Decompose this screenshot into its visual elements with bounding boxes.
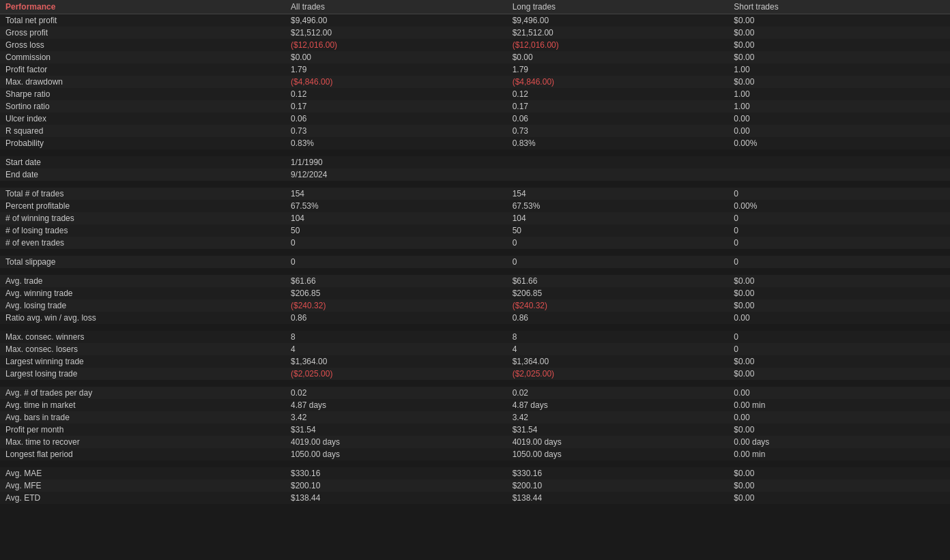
row-long: $0.00 xyxy=(507,51,729,63)
row-label: Commission xyxy=(0,51,285,63)
row-label: Avg. time in market xyxy=(0,399,285,411)
row-all: $31.54 xyxy=(285,424,507,436)
row-all: $206.85 xyxy=(285,287,507,299)
row-long: ($2,025.00) xyxy=(507,368,729,380)
row-long: $21,512.00 xyxy=(507,27,729,39)
row-short: 0.00% xyxy=(728,200,950,212)
row-label: # of winning trades xyxy=(0,212,285,224)
row-label: Largest winning trade xyxy=(0,355,285,368)
row-all: 1/1/1990 xyxy=(285,156,507,168)
row-all: 0.12 xyxy=(285,88,507,100)
row-short: $0.00 xyxy=(728,39,950,51)
spacer-row xyxy=(0,149,950,156)
row-label: Avg. winning trade xyxy=(0,287,285,299)
row-all: 4 xyxy=(285,343,507,355)
table-row: Total net profit$9,496.00$9,496.00$0.00 xyxy=(0,14,950,27)
row-short: $0.00 xyxy=(728,368,950,380)
row-short: 1.00 xyxy=(728,100,950,113)
table-row: Largest losing trade($2,025.00)($2,025.0… xyxy=(0,368,950,380)
row-long: 8 xyxy=(507,331,729,343)
row-all: 154 xyxy=(285,188,507,200)
row-label: Probability xyxy=(0,137,285,149)
table-row: Profit per month$31.54$31.54$0.00 xyxy=(0,424,950,436)
row-long xyxy=(507,168,729,181)
table-row: Commission$0.00$0.00$0.00 xyxy=(0,51,950,63)
row-label: Ulcer index xyxy=(0,113,285,125)
row-short: 1.00 xyxy=(728,88,950,100)
row-short: 0 xyxy=(728,256,950,268)
table-row: # of even trades000 xyxy=(0,237,950,249)
row-all: 8 xyxy=(285,331,507,343)
row-long: $138.44 xyxy=(507,492,729,504)
col-all-trades: All trades xyxy=(285,0,507,14)
row-short: 0 xyxy=(728,188,950,200)
row-long: 0.83% xyxy=(507,137,729,149)
row-short: $0.00 xyxy=(728,467,950,480)
row-label: Longest flat period xyxy=(0,448,285,460)
row-short: $0.00 xyxy=(728,299,950,312)
row-label: Gross loss xyxy=(0,39,285,51)
table-row: # of losing trades50500 xyxy=(0,224,950,237)
table-row: R squared0.730.730.00 xyxy=(0,125,950,137)
table-row: Max. drawdown($4,846.00)($4,846.00)$0.00 xyxy=(0,76,950,88)
row-all: 0.86 xyxy=(285,312,507,324)
row-label: Max. drawdown xyxy=(0,76,285,88)
row-short: 0 xyxy=(728,212,950,224)
table-row: Profit factor1.791.791.00 xyxy=(0,63,950,76)
row-long: 4.87 days xyxy=(507,399,729,411)
row-all: ($2,025.00) xyxy=(285,368,507,380)
row-short xyxy=(728,156,950,168)
row-all: ($240.32) xyxy=(285,299,507,312)
table-row: Probability0.83%0.83%0.00% xyxy=(0,137,950,149)
table-row: Sharpe ratio0.120.121.00 xyxy=(0,88,950,100)
spacer-row xyxy=(0,268,950,275)
table-row: Ratio avg. win / avg. loss0.860.860.00 xyxy=(0,312,950,324)
table-row: Total slippage000 xyxy=(0,256,950,268)
row-all: 9/12/2024 xyxy=(285,168,507,181)
row-short: 0 xyxy=(728,224,950,237)
row-label: Avg. bars in trade xyxy=(0,411,285,424)
row-long: 4019.00 days xyxy=(507,436,729,448)
row-short: 1.00 xyxy=(728,63,950,76)
row-label: R squared xyxy=(0,125,285,137)
row-label: Sortino ratio xyxy=(0,100,285,113)
row-long: 0.12 xyxy=(507,88,729,100)
row-short: $0.00 xyxy=(728,424,950,436)
row-long xyxy=(507,156,729,168)
row-long: 0.02 xyxy=(507,387,729,399)
row-all: 3.42 xyxy=(285,411,507,424)
row-all: 4019.00 days xyxy=(285,436,507,448)
row-all: 50 xyxy=(285,224,507,237)
row-long: $31.54 xyxy=(507,424,729,436)
row-short: $0.00 xyxy=(728,287,950,299)
row-label: Total slippage xyxy=(0,256,285,268)
row-short: 0.00 xyxy=(728,312,950,324)
row-short: $0.00 xyxy=(728,480,950,492)
spacer-row xyxy=(0,380,950,387)
table-row: # of winning trades1041040 xyxy=(0,212,950,224)
row-label: Avg. # of trades per day xyxy=(0,387,285,399)
table-row: Sortino ratio0.170.171.00 xyxy=(0,100,950,113)
row-all: $138.44 xyxy=(285,492,507,504)
row-all: 0 xyxy=(285,256,507,268)
row-label: Max. consec. winners xyxy=(0,331,285,343)
row-short: 0.00 min xyxy=(728,448,950,460)
table-row: Ulcer index0.060.060.00 xyxy=(0,113,950,125)
row-label: Avg. ETD xyxy=(0,492,285,504)
table-row: Percent profitable67.53%67.53%0.00% xyxy=(0,200,950,212)
row-label: Avg. MAE xyxy=(0,467,285,480)
row-short: 0 xyxy=(728,343,950,355)
row-long: $9,496.00 xyxy=(507,14,729,27)
row-all: $9,496.00 xyxy=(285,14,507,27)
row-long: 67.53% xyxy=(507,200,729,212)
row-label: Percent profitable xyxy=(0,200,285,212)
row-short: 0.00% xyxy=(728,137,950,149)
row-long: 154 xyxy=(507,188,729,200)
table-row: Avg. MAE$330.16$330.16$0.00 xyxy=(0,467,950,480)
table-row: Max. consec. losers440 xyxy=(0,343,950,355)
table-row: Gross loss($12,016.00)($12,016.00)$0.00 xyxy=(0,39,950,51)
table-row: Gross profit$21,512.00$21,512.00$0.00 xyxy=(0,27,950,39)
row-all: 1.79 xyxy=(285,63,507,76)
row-long: 0.73 xyxy=(507,125,729,137)
table-row: Avg. # of trades per day0.020.020.00 xyxy=(0,387,950,399)
